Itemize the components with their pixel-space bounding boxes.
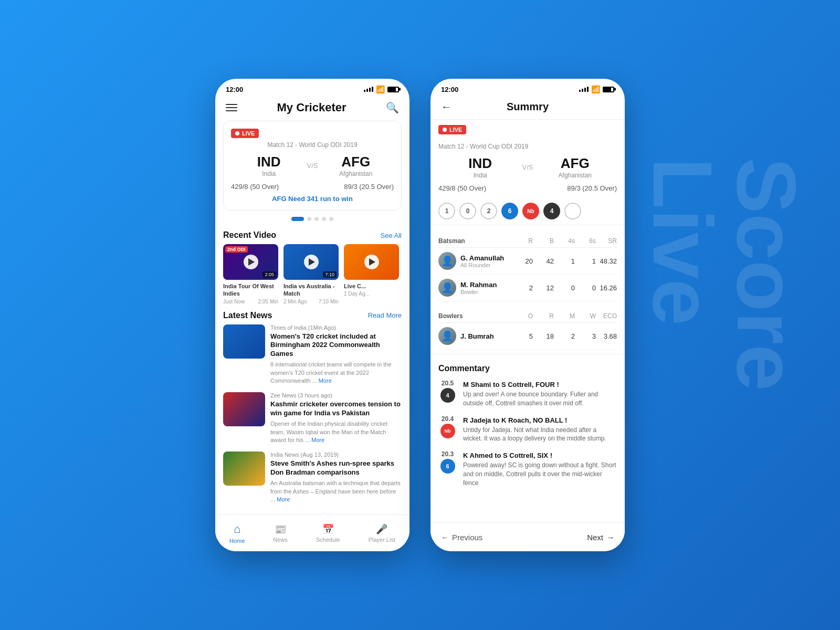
back-button[interactable]: ←: [441, 101, 452, 113]
nav-schedule[interactable]: 📅 Schedule: [316, 523, 340, 543]
next-button[interactable]: Next →: [587, 533, 614, 542]
comm-ball-nb: Nb: [440, 424, 455, 438]
nav-news[interactable]: 📰 News: [273, 523, 288, 543]
nav-players[interactable]: 🎤 Player List: [369, 523, 395, 543]
news-source-1: Times of India (1Min Ago): [270, 324, 402, 331]
avatar-rahman: 👤: [438, 279, 456, 297]
over-ball-2: 20.4 Nb: [438, 415, 457, 444]
batsman-row-2: 👤 M. Rahman Bowler 2 12 0 0 16.26: [438, 275, 617, 301]
see-all-videos[interactable]: See All: [381, 232, 402, 239]
news-title-3: Steve Smith's Ashes run-spree sparks Don…: [270, 459, 402, 477]
home-icon: ⌂: [234, 522, 240, 536]
summary-footer: ← Previous Next →: [430, 522, 625, 551]
video-time-3: 1 Day Ag...: [344, 291, 370, 297]
batsman-col-header: Batsman: [438, 237, 512, 245]
video-label-1: India Tour Of West Indies: [223, 282, 278, 298]
summary-header: ← Summry: [430, 97, 625, 119]
amanullah-4s: 1: [554, 257, 575, 265]
br-col-header: R: [533, 312, 554, 320]
video-item-3: Live C... 1 Day Ag...: [344, 244, 399, 304]
team1-code: IND: [231, 154, 307, 170]
play-button-3[interactable]: [364, 255, 379, 269]
news-more-2[interactable]: More: [311, 437, 324, 443]
status-bar-2: 12:00 📶: [430, 79, 625, 97]
score2: 89/3 (20.5 Over): [344, 183, 394, 191]
player-info-amanullah: G. Amanullah All Rounder: [460, 254, 512, 268]
schedule-icon: 📅: [322, 523, 334, 535]
bumrah-o: 5: [512, 332, 533, 340]
m-col-header: M: [554, 312, 575, 320]
header-divider: [430, 119, 625, 120]
video-thumb-3[interactable]: [344, 244, 399, 280]
p2-team2-name: Afghanistan: [533, 172, 617, 179]
next-label: Next: [587, 533, 603, 542]
team-2: AFG Afghanistan: [318, 154, 394, 177]
nav-schedule-label: Schedule: [316, 537, 340, 543]
rahman-6s: 0: [575, 284, 596, 292]
play-triangle-1: [248, 258, 255, 266]
run-target: AFG Need 341 run to win: [231, 195, 394, 203]
read-more-header[interactable]: Read More: [368, 311, 402, 319]
rahman-b: 12: [533, 284, 554, 292]
status-icons-1: 📶: [364, 85, 399, 93]
video-thumb-1[interactable]: 2nd ODI 2:05: [223, 244, 278, 280]
previous-button[interactable]: ← Previous: [441, 533, 482, 542]
nav-news-label: News: [273, 537, 288, 543]
ball-empty: [564, 203, 581, 219]
dot-4[interactable]: [322, 217, 326, 221]
b-col-header: B: [533, 237, 554, 245]
comm-text-1: M Shami to S Cottrell, FOUR ! Up and ove…: [463, 380, 617, 408]
p2-team2-code: AFG: [533, 155, 617, 172]
score1: 429/8 (50 Over): [231, 183, 279, 191]
ball-1: 1: [438, 203, 455, 219]
bumrah-eco: 3.68: [596, 332, 617, 340]
app-header: My Cricketer 🔍: [215, 97, 410, 121]
team-1: IND India: [231, 154, 307, 177]
player-role-amanullah: All Rounder: [460, 262, 512, 268]
bumrah-m: 2: [554, 332, 575, 340]
commentary-section: Commentary 20.5 4 M Shami to S Cottrell,…: [430, 360, 625, 499]
dot-2[interactable]: [307, 217, 311, 221]
player-name-rahman: M. Rahman: [460, 281, 512, 289]
summary-title: Summry: [507, 101, 549, 113]
video-duration-2: 7:10: [323, 271, 337, 278]
over-ball-1: 20.5 4: [438, 380, 457, 408]
dot-1[interactable]: [291, 217, 304, 221]
news-content-1: Times of India (1Min Ago) Women's T20 cr…: [270, 324, 402, 385]
player-icon: 🎤: [376, 523, 387, 535]
player-name-amanullah: G. Amanullah: [460, 254, 512, 262]
news-item-3: India News (Aug 13, 2019) Steve Smith's …: [223, 452, 402, 503]
play-button-1[interactable]: [244, 255, 258, 269]
balls-row: 1 0 2 6 Nb 4: [430, 197, 625, 225]
phone-2: 12:00 📶 ← Summry LIVE Match 12 - World C…: [430, 79, 625, 551]
news-content-2: Zee News (3 hours ago) Kashmir cricketer…: [270, 392, 402, 444]
battery-icon-1: [387, 87, 399, 92]
dot-3[interactable]: [314, 217, 319, 221]
news-more-1[interactable]: More: [319, 377, 332, 384]
news-title-1: Women's T20 cricket included at Birmingh…: [270, 332, 402, 359]
match-subtitle-1: Match 12 - World Cup ODI 2019: [231, 141, 394, 149]
search-icon[interactable]: 🔍: [386, 101, 399, 114]
recent-video-title: Recent Video: [223, 230, 276, 240]
batsmen-header: Batsman R B 4s 6s SR: [438, 235, 617, 248]
play-button-2[interactable]: [304, 255, 319, 269]
teams-row-2: IND India V/S AFG Afghanistan: [438, 155, 617, 179]
6s-col-header: 6s: [575, 237, 596, 245]
video-thumb-2[interactable]: 7:10: [284, 244, 339, 280]
video-item-1: 2nd ODI 2:05 India Tour Of West Indies J…: [223, 244, 278, 304]
nav-home[interactable]: ⌂ Home: [229, 522, 245, 544]
bumrah-r: 18: [533, 332, 554, 340]
news-more-3[interactable]: More: [277, 496, 290, 502]
menu-button[interactable]: [226, 104, 237, 111]
batsman-row-1: 👤 G. Amanullah All Rounder 20 42 1 1 48.…: [438, 248, 617, 275]
time-2: 12:00: [441, 86, 458, 93]
player-role-rahman: Bowler: [460, 289, 512, 295]
bottom-nav: ⌂ Home 📰 News 📅 Schedule 🎤 Player List: [215, 514, 410, 551]
comm-detail-3: Powered away! SC is going down without a…: [463, 461, 617, 487]
app-title: My Cricketer: [277, 101, 346, 114]
news-thumb-3: [223, 452, 265, 486]
signal-bars-2: [579, 87, 589, 92]
dot-5[interactable]: [329, 217, 333, 221]
ball-2: 0: [459, 203, 476, 219]
team1-name: India: [231, 170, 307, 177]
